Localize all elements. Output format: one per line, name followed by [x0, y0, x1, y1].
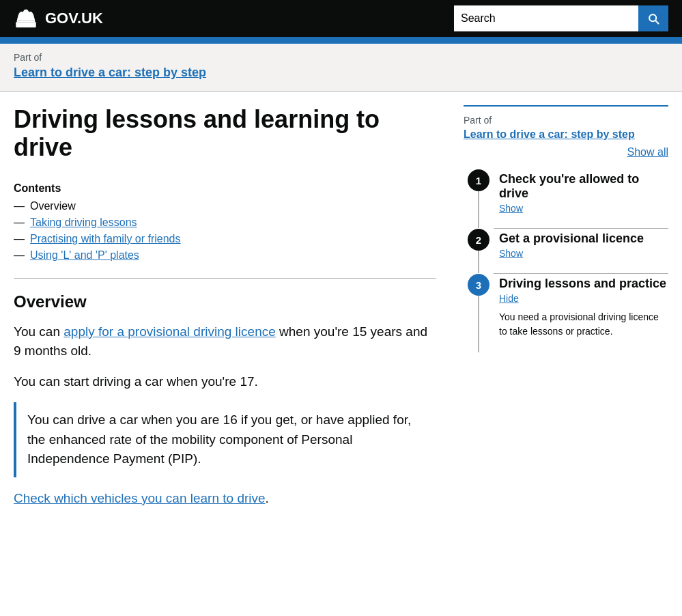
step-toggle-3[interactable]: Hide [499, 293, 519, 304]
contents-item-overview: — Overview [14, 200, 436, 212]
contents-item-link[interactable]: Practising with family or friends [30, 233, 181, 245]
provisional-licence-link[interactable]: apply for a provisional driving licence [63, 324, 276, 339]
contents-item-lessons: — Taking driving lessons [14, 216, 436, 229]
sidebar-show-all: Show all [464, 146, 668, 158]
step-item-3: 3 Driving lessons and practice Hide You … [464, 274, 668, 352]
sidebar: Part of Learn to drive a car: step by st… [464, 105, 668, 506]
part-of-banner: Part of Learn to drive a car: step by st… [0, 44, 682, 92]
dash-icon: — [14, 200, 25, 212]
step-line-2 [478, 251, 479, 273]
step-item-2: 2 Get a provisional licence Show [464, 229, 668, 273]
step-content-3: Driving lessons and practice Hide You ne… [494, 274, 668, 352]
bottom-suffix: . [266, 491, 269, 505]
section-divider [14, 278, 436, 279]
intro-text-prefix: You can [14, 324, 63, 339]
step-number-3: 3 [468, 274, 489, 296]
main-content: Driving lessons and learning to drive Co… [14, 105, 436, 506]
step-title-3: Driving lessons and practice [499, 277, 668, 291]
dash-icon: — [14, 216, 25, 229]
search-icon [647, 12, 660, 25]
overview-heading: Overview [14, 292, 436, 311]
site-name: GOV.UK [45, 10, 103, 27]
part-of-label: Part of [14, 52, 668, 63]
step-left-1: 1 [464, 169, 494, 228]
contents-label: Contents [14, 182, 436, 195]
show-all-link[interactable]: Show all [627, 146, 668, 158]
contents-list: — Overview — Taking driving lessons — Pr… [14, 200, 436, 262]
dash-icon: — [14, 233, 25, 245]
contents-item-practising: — Practising with family or friends [14, 233, 436, 245]
contents-item-plates: — Using 'L' and 'P' plates [14, 249, 436, 262]
sidebar-part-of: Part of Learn to drive a car: step by st… [464, 105, 668, 141]
step-body-3: You need a provisional driving licence t… [499, 310, 668, 339]
search-form [454, 5, 668, 31]
search-button[interactable] [638, 5, 668, 31]
driving-age-text: You can start driving a car when you're … [14, 372, 436, 392]
part-of-link[interactable]: Learn to drive a car: step by step [14, 66, 206, 79]
step-number-1: 1 [468, 169, 489, 191]
gov-uk-logo[interactable]: GOV.UK [14, 8, 103, 29]
step-toggle-1[interactable]: Show [499, 203, 523, 214]
accent-bar [0, 37, 682, 44]
step-nav: 1 Check you're allowed to drive Show 2 G… [464, 169, 668, 352]
page-title: Driving lessons and learning to drive [14, 105, 436, 162]
sidebar-part-of-link[interactable]: Learn to drive a car: step by step [464, 128, 635, 140]
step-content-1: Check you're allowed to drive Show [494, 169, 668, 228]
callout-text: You can drive a car when you are 16 if y… [27, 410, 425, 469]
step-content-2: Get a provisional licence Show [494, 229, 668, 273]
search-input[interactable] [454, 5, 638, 31]
step-title-2: Get a provisional licence [499, 232, 668, 246]
contents-nav: Contents — Overview — Taking driving les… [14, 182, 436, 262]
step-line-3 [478, 296, 479, 352]
crown-icon [14, 8, 38, 29]
step-title-1: Check you're allowed to drive [499, 172, 668, 201]
intro-paragraph: You can apply for a provisional driving … [14, 322, 436, 361]
step-toggle-2[interactable]: Show [499, 248, 523, 259]
callout-box: You can drive a car when you are 16 if y… [14, 402, 436, 477]
contents-item-label: Overview [30, 200, 76, 212]
site-header: GOV.UK [0, 0, 682, 37]
step-number-2: 2 [468, 229, 489, 251]
dash-icon: — [14, 249, 25, 262]
contents-item-link[interactable]: Taking driving lessons [30, 216, 137, 229]
overview-section: Overview You can apply for a provisional… [14, 292, 436, 506]
step-line-1 [478, 191, 479, 228]
step-item-1: 1 Check you're allowed to drive Show [464, 169, 668, 228]
bottom-link-paragraph: Check which vehicles you can learn to dr… [14, 491, 436, 506]
check-vehicles-link[interactable]: Check which vehicles you can learn to dr… [14, 491, 266, 505]
svg-rect-1 [16, 22, 35, 27]
contents-item-link[interactable]: Using 'L' and 'P' plates [30, 249, 139, 262]
svg-rect-0 [17, 20, 35, 22]
main-container: Driving lessons and learning to drive Co… [0, 92, 682, 533]
step-left-2: 2 [464, 229, 494, 273]
step-left-3: 3 [464, 274, 494, 352]
sidebar-part-of-label: Part of [464, 115, 668, 126]
